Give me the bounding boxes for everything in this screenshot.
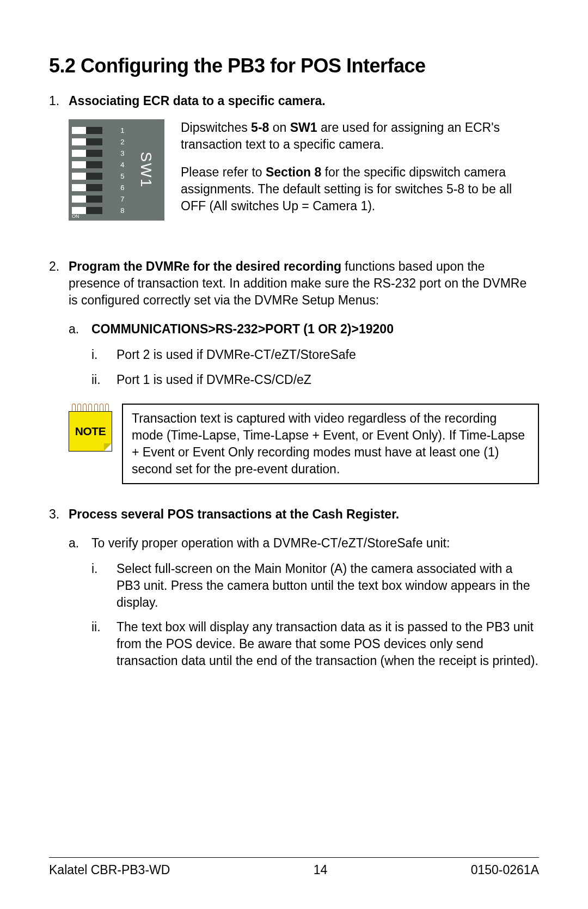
dip-on-label: ON	[72, 213, 79, 219]
page-footer: Kalatel CBR-PB3-WD 14 0150-0261A	[49, 863, 539, 877]
step2-a: a.COMMUNICATIONS>RS-232>PORT (1 OR 2)>19…	[91, 321, 539, 388]
note-callout: NOTE Transaction text is captured with v…	[69, 404, 539, 484]
step2-a-ii: ii.Port 1 is used if DVMRe-CS/CD/eZ	[117, 371, 539, 388]
step3-a-sublist: i.Select full-screen on the Main Monitor…	[91, 560, 539, 669]
footer-rule	[49, 857, 539, 858]
footer-page-number: 14	[314, 863, 328, 877]
step2-number: 2.	[49, 258, 69, 275]
step3-a-ii: ii.The text box will display any transac…	[117, 619, 539, 669]
document-page: 5.2 Configuring the PB3 for POS Interfac…	[0, 0, 588, 909]
footer-left: Kalatel CBR-PB3-WD	[49, 863, 170, 877]
dip-sw1-label: SW1	[136, 152, 157, 188]
dip-numbers: 1 2 3 4 5 6 7 8	[117, 119, 128, 221]
step3-sublist: a.To verify proper operation with a DVMR…	[69, 535, 539, 669]
step3-a: a.To verify proper operation with a DVMR…	[91, 535, 539, 669]
note-icon: NOTE	[69, 404, 112, 452]
step3-number: 3.	[49, 506, 69, 523]
step2-sublist: a.COMMUNICATIONS>RS-232>PORT (1 OR 2)>19…	[69, 321, 539, 388]
dipswitch-figure: ON 1 2 3 4 5 6 7 8 SW1	[69, 119, 164, 225]
step1-title: Associating ECR data to a specific camer…	[69, 94, 326, 108]
step-2: 2.Program the DVMRe for the desired reco…	[69, 258, 539, 388]
step-3: 3.Process several POS transactions at th…	[69, 506, 539, 669]
note-text: Transaction text is captured with video …	[122, 404, 539, 484]
steps-list: 1.Associating ECR data to a specific cam…	[49, 93, 539, 388]
step1-number: 1.	[49, 93, 69, 109]
footer-right: 0150-0261A	[471, 863, 539, 877]
section-heading: 5.2 Configuring the PB3 for POS Interfac…	[49, 54, 539, 77]
steps-list-cont: 3.Process several POS transactions at th…	[49, 506, 539, 669]
step2-a-sublist: i.Port 2 is used if DVMRe-CT/eZT/StoreSa…	[91, 346, 539, 388]
step1-body-text: Dipswitches 5-8 on SW1 are used for assi…	[181, 119, 539, 225]
step-1: 1.Associating ECR data to a specific cam…	[69, 93, 539, 225]
step3-a-i: i.Select full-screen on the Main Monitor…	[117, 560, 539, 611]
step2-bold: Program the DVMRe for the desired record…	[69, 259, 341, 273]
step3-bold: Process several POS transactions at the …	[69, 507, 399, 521]
step2-a-i: i.Port 2 is used if DVMRe-CT/eZT/StoreSa…	[117, 346, 539, 363]
